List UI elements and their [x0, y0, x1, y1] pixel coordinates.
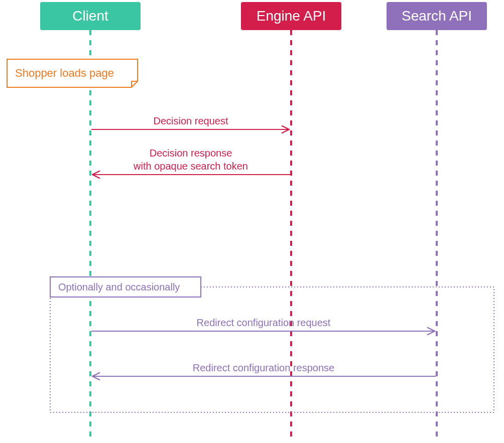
participant-engine-label: Engine API: [257, 8, 326, 24]
participant-search-label: Search API: [402, 8, 472, 24]
message-redirect-response: Redirect configuration response: [92, 362, 436, 376]
sequence-diagram: Client Engine API Search API Shopper loa…: [0, 0, 504, 443]
message-decision-response-label-1: Decision response: [150, 147, 232, 159]
participant-search: Search API: [387, 2, 487, 30]
message-redirect-request-label: Redirect configuration request: [197, 317, 331, 328]
svg-rect-5: [50, 287, 494, 412]
note-shopper-loads-page: Shopper loads page: [7, 59, 138, 87]
message-decision-response: Decision response with opaque search tok…: [92, 147, 290, 175]
message-redirect-request: Redirect configuration request: [91, 317, 435, 331]
participant-engine: Engine API: [241, 2, 341, 30]
message-decision-request: Decision request: [91, 115, 289, 129]
message-redirect-response-label: Redirect configuration response: [193, 362, 334, 373]
message-decision-response-label-2: with opaque search token: [133, 161, 248, 172]
optional-block: Optionally and occasionally Redirect con…: [50, 277, 494, 412]
participant-client: Client: [40, 2, 141, 30]
note-label: Shopper loads page: [15, 67, 114, 79]
participant-client-label: Client: [72, 8, 108, 24]
optional-block-title: Optionally and occasionally: [58, 281, 180, 292]
message-decision-request-label: Decision request: [154, 115, 228, 126]
